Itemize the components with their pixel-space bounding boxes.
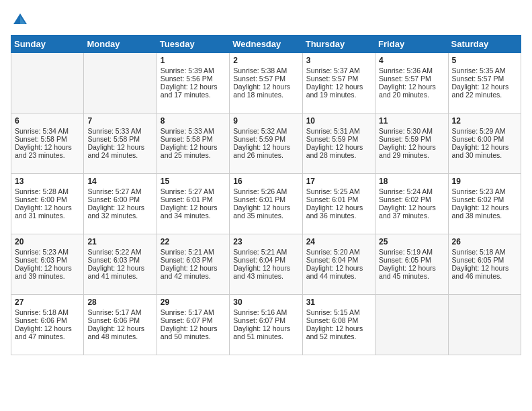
calendar-cell: 6 Sunrise: 5:34 AM Sunset: 5:58 PM Dayli…	[11, 113, 84, 174]
sunrise: Sunrise: 5:17 AM	[161, 308, 214, 316]
calendar-cell: 7 Sunrise: 5:33 AM Sunset: 5:58 PM Dayli…	[84, 113, 157, 174]
day-number: 1	[161, 56, 226, 65]
calendar-cell: 20 Sunrise: 5:23 AM Sunset: 6:03 PM Dayl…	[11, 234, 84, 295]
sunrise: Sunrise: 5:32 AM	[233, 127, 287, 135]
daylight: Daylight: 12 hours and 46 minutes.	[452, 264, 509, 280]
calendar-cell: 19 Sunrise: 5:23 AM Sunset: 6:02 PM Dayl…	[448, 174, 521, 234]
calendar-cell: 8 Sunrise: 5:33 AM Sunset: 5:58 PM Dayli…	[157, 113, 229, 174]
calendar-cell: 1 Sunrise: 5:39 AM Sunset: 5:56 PM Dayli…	[157, 53, 229, 113]
page-header	[11, 11, 521, 30]
sunrise: Sunrise: 5:15 AM	[306, 308, 360, 316]
calendar-cell: 27 Sunrise: 5:18 AM Sunset: 6:06 PM Dayl…	[11, 295, 84, 355]
calendar-header: SundayMondayTuesdayWednesdayThursdayFrid…	[11, 36, 521, 53]
daylight: Daylight: 12 hours and 25 minutes.	[161, 143, 218, 159]
sunrise: Sunrise: 5:19 AM	[379, 248, 433, 256]
sunset: Sunset: 6:06 PM	[15, 316, 67, 324]
calendar-cell	[448, 295, 521, 355]
calendar-cell: 22 Sunrise: 5:21 AM Sunset: 6:03 PM Dayl…	[157, 234, 229, 295]
daylight: Daylight: 12 hours and 48 minutes.	[87, 324, 144, 340]
calendar-cell: 14 Sunrise: 5:27 AM Sunset: 6:00 PM Dayl…	[84, 174, 157, 234]
sunrise: Sunrise: 5:38 AM	[233, 66, 287, 75]
calendar-cell: 9 Sunrise: 5:32 AM Sunset: 5:59 PM Dayli…	[230, 113, 302, 174]
sunset: Sunset: 5:58 PM	[161, 135, 213, 143]
day-number: 28	[87, 298, 152, 307]
sunset: Sunset: 6:01 PM	[233, 195, 285, 203]
sunset: Sunset: 5:56 PM	[161, 75, 213, 83]
sunrise: Sunrise: 5:34 AM	[15, 127, 69, 135]
week-row-5: 27 Sunrise: 5:18 AM Sunset: 6:06 PM Dayl…	[11, 295, 521, 355]
sunset: Sunset: 6:07 PM	[233, 316, 285, 324]
calendar-cell: 24 Sunrise: 5:20 AM Sunset: 6:04 PM Dayl…	[302, 234, 375, 295]
header-row: SundayMondayTuesdayWednesdayThursdayFrid…	[11, 36, 521, 53]
sunrise: Sunrise: 5:37 AM	[306, 66, 360, 75]
day-number: 15	[161, 177, 226, 186]
day-number: 3	[306, 56, 371, 65]
sunrise: Sunrise: 5:33 AM	[161, 127, 214, 135]
calendar-cell: 10 Sunrise: 5:31 AM Sunset: 5:59 PM Dayl…	[302, 113, 375, 174]
sunrise: Sunrise: 5:30 AM	[379, 127, 433, 135]
sunset: Sunset: 6:03 PM	[87, 256, 140, 264]
sunset: Sunset: 6:02 PM	[452, 195, 504, 203]
day-number: 22	[161, 237, 226, 246]
calendar-cell: 18 Sunrise: 5:24 AM Sunset: 6:02 PM Dayl…	[375, 174, 448, 234]
sunrise: Sunrise: 5:18 AM	[452, 248, 506, 256]
daylight: Daylight: 12 hours and 34 minutes.	[161, 203, 218, 220]
sunrise: Sunrise: 5:29 AM	[452, 127, 506, 135]
day-number: 20	[15, 237, 80, 246]
sunrise: Sunrise: 5:25 AM	[306, 187, 360, 195]
daylight: Daylight: 12 hours and 52 minutes.	[306, 324, 363, 340]
daylight: Daylight: 12 hours and 32 minutes.	[87, 203, 144, 220]
sunrise: Sunrise: 5:35 AM	[452, 66, 506, 75]
daylight: Daylight: 12 hours and 35 minutes.	[233, 203, 290, 220]
sunset: Sunset: 6:01 PM	[161, 195, 213, 203]
daylight: Daylight: 12 hours and 36 minutes.	[306, 203, 363, 220]
day-number: 18	[379, 177, 444, 186]
sunrise: Sunrise: 5:27 AM	[87, 187, 141, 195]
sunrise: Sunrise: 5:20 AM	[306, 248, 360, 256]
sunset: Sunset: 6:03 PM	[15, 256, 67, 264]
calendar-cell: 13 Sunrise: 5:28 AM Sunset: 6:00 PM Dayl…	[11, 174, 84, 234]
day-number: 30	[233, 298, 298, 307]
day-number: 16	[233, 177, 298, 186]
sunrise: Sunrise: 5:22 AM	[87, 248, 141, 256]
day-number: 29	[161, 298, 226, 307]
day-number: 31	[306, 298, 371, 307]
sunrise: Sunrise: 5:16 AM	[233, 308, 287, 316]
sunset: Sunset: 5:58 PM	[15, 135, 67, 143]
calendar-cell: 3 Sunrise: 5:37 AM Sunset: 5:57 PM Dayli…	[302, 53, 375, 113]
day-number: 9	[233, 116, 298, 126]
sunset: Sunset: 6:00 PM	[87, 195, 140, 203]
calendar-cell: 29 Sunrise: 5:17 AM Sunset: 6:07 PM Dayl…	[157, 295, 229, 355]
sunset: Sunset: 5:59 PM	[306, 135, 359, 143]
day-number: 7	[87, 116, 152, 126]
calendar-cell: 28 Sunrise: 5:17 AM Sunset: 6:06 PM Dayl…	[84, 295, 157, 355]
week-row-1: 1 Sunrise: 5:39 AM Sunset: 5:56 PM Dayli…	[11, 53, 521, 113]
calendar-cell: 30 Sunrise: 5:16 AM Sunset: 6:07 PM Dayl…	[230, 295, 302, 355]
sunrise: Sunrise: 5:39 AM	[161, 66, 214, 75]
day-number: 8	[161, 116, 226, 126]
calendar-cell	[375, 295, 448, 355]
calendar-body: 1 Sunrise: 5:39 AM Sunset: 5:56 PM Dayli…	[11, 53, 521, 355]
calendar-cell: 31 Sunrise: 5:15 AM Sunset: 6:08 PM Dayl…	[302, 295, 375, 355]
day-header-sunday: Sunday	[11, 36, 84, 53]
calendar-table: SundayMondayTuesdayWednesdayThursdayFrid…	[11, 35, 521, 355]
calendar-cell: 12 Sunrise: 5:29 AM Sunset: 6:00 PM Dayl…	[448, 113, 521, 174]
day-number: 25	[379, 237, 444, 246]
sunset: Sunset: 6:03 PM	[161, 256, 213, 264]
logo-icon	[11, 11, 30, 30]
calendar-cell: 11 Sunrise: 5:30 AM Sunset: 5:59 PM Dayl…	[375, 113, 448, 174]
daylight: Daylight: 12 hours and 18 minutes.	[233, 83, 290, 99]
daylight: Daylight: 12 hours and 39 minutes.	[15, 264, 72, 280]
daylight: Daylight: 12 hours and 44 minutes.	[306, 264, 363, 280]
sunset: Sunset: 5:58 PM	[87, 135, 140, 143]
sunrise: Sunrise: 5:21 AM	[233, 248, 287, 256]
day-number: 2	[233, 56, 298, 65]
calendar-cell: 5 Sunrise: 5:35 AM Sunset: 5:57 PM Dayli…	[448, 53, 521, 113]
day-header-tuesday: Tuesday	[157, 36, 229, 53]
calendar-cell: 4 Sunrise: 5:36 AM Sunset: 5:57 PM Dayli…	[375, 53, 448, 113]
daylight: Daylight: 12 hours and 26 minutes.	[233, 143, 290, 159]
calendar-cell: 17 Sunrise: 5:25 AM Sunset: 6:01 PM Dayl…	[302, 174, 375, 234]
week-row-3: 13 Sunrise: 5:28 AM Sunset: 6:00 PM Dayl…	[11, 174, 521, 234]
day-number: 27	[15, 298, 80, 307]
day-number: 19	[452, 177, 517, 186]
